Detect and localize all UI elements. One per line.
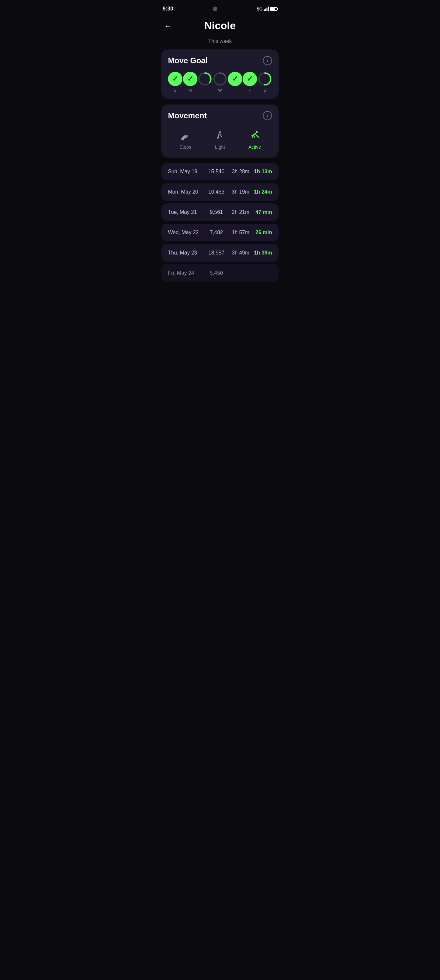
move-goal-card: Move Goal i ✓ S ✓ M (161, 49, 279, 99)
info-icon-label: i (267, 58, 268, 63)
activity-steps-3: 7,482 (204, 230, 229, 235)
day-circle-saturday (257, 72, 272, 86)
day-circle-tuesday (198, 72, 212, 86)
check-icon-sunday: ✓ (172, 75, 178, 83)
check-icon-friday: ✓ (247, 75, 253, 83)
status-time: 9:30 (163, 6, 173, 12)
day-label-monday: M (189, 88, 192, 93)
activity-light-3: 1h 57m (229, 230, 253, 235)
activity-light-4: 3h 49m (229, 250, 253, 256)
activity-date-1: Mon, May 20 (168, 189, 204, 195)
day-circle-thursday: ✓ (228, 72, 242, 86)
activity-light-1: 3h 19m (229, 189, 253, 195)
movement-card: Movement i Steps (161, 105, 279, 158)
activity-row-4: Thu, May 23 18,987 3h 49m 1h 39m (161, 244, 279, 262)
week-label: This week (156, 38, 284, 44)
tab-active[interactable]: Active (248, 129, 261, 150)
activity-steps-2: 9,561 (204, 209, 229, 215)
activity-steps-1: 10,453 (204, 189, 229, 195)
svg-point-7 (256, 131, 257, 133)
day-label-friday: F (249, 88, 251, 93)
ring-svg-tuesday (198, 72, 212, 86)
activity-row-2: Tue, May 21 9,561 2h 21m 47 min (161, 204, 279, 221)
activity-light-2: 2h 21m (229, 209, 253, 215)
check-icon-monday: ✓ (187, 75, 193, 83)
activity-active-0: 1h 13m (253, 169, 272, 175)
activity-row-3: Wed, May 22 7,482 1h 57m 26 min (161, 224, 279, 242)
day-label-sunday: S (174, 88, 176, 93)
movement-header: Movement i (168, 111, 272, 120)
activity-date-5: Fri, May 24 (168, 270, 204, 276)
signal-icon (264, 6, 269, 11)
activity-date-3: Wed, May 22 (168, 230, 204, 235)
tab-light[interactable]: Light (213, 129, 227, 150)
status-bar: 9:30 5G (156, 0, 284, 16)
steps-icon (179, 129, 192, 143)
day-item-friday: ✓ F (243, 72, 257, 93)
ring-svg-wednesday (213, 72, 227, 86)
day-item-sunday: ✓ S (168, 72, 183, 93)
activity-active-4: 1h 39m (253, 250, 272, 256)
day-circle-sunday: ✓ (168, 72, 183, 86)
move-goal-header: Move Goal i (168, 56, 272, 65)
activity-active-2: 47 min (253, 209, 272, 215)
day-label-wednesday: W (218, 88, 222, 93)
day-item-saturday: S (257, 72, 272, 93)
page-title: Nicole (204, 20, 236, 32)
activity-steps-0: 15,546 (204, 169, 229, 175)
battery-icon (270, 7, 277, 11)
day-label-tuesday: T (204, 88, 206, 93)
activity-date-4: Thu, May 23 (168, 250, 204, 256)
ring-svg-saturday (257, 72, 272, 86)
svg-point-6 (219, 131, 221, 133)
day-label-saturday: S (264, 88, 266, 93)
day-item-wednesday: W (213, 72, 227, 93)
activity-date-0: Sun, May 19 (168, 169, 204, 175)
activity-row-5: Fri, May 24 5,450 (161, 264, 279, 282)
back-button[interactable]: ← (163, 20, 173, 32)
movement-title: Movement (168, 111, 207, 120)
tab-active-label: Active (248, 145, 261, 150)
check-icon-thursday: ✓ (232, 75, 238, 83)
day-item-thursday: ✓ T (228, 72, 242, 93)
move-goal-title: Move Goal (168, 56, 208, 65)
days-row: ✓ S ✓ M T (168, 72, 272, 93)
activity-row-1: Mon, May 20 10,453 3h 19m 1h 24m (161, 183, 279, 201)
day-circle-wednesday (213, 72, 227, 86)
tab-light-label: Light (215, 145, 225, 150)
network-label: 5G (257, 6, 262, 11)
light-icon (213, 129, 227, 143)
camera-pill (213, 6, 218, 11)
activity-steps-5: 5,450 (204, 270, 229, 276)
day-circle-friday: ✓ (243, 72, 257, 86)
tab-steps[interactable]: Steps (179, 129, 192, 150)
status-icons: 5G (257, 6, 277, 11)
day-item-monday: ✓ M (183, 72, 197, 93)
activity-active-1: 1h 24m (253, 189, 272, 195)
day-label-thursday: T (234, 88, 236, 93)
tab-steps-label: Steps (179, 145, 191, 150)
activity-active-3: 26 min (253, 230, 272, 235)
header: ← Nicole (156, 16, 284, 38)
movement-info-icon-label: i (267, 113, 268, 118)
movement-tabs-row: Steps Light (168, 127, 272, 151)
activity-steps-4: 18,987 (204, 250, 229, 256)
activity-row-0: Sun, May 19 15,546 3h 28m 1h 13m (161, 163, 279, 180)
day-item-tuesday: T (198, 72, 212, 93)
movement-info-button[interactable]: i (263, 111, 272, 120)
activity-light-0: 3h 28m (229, 169, 253, 175)
move-goal-info-button[interactable]: i (263, 56, 272, 65)
active-icon (248, 129, 261, 143)
activity-date-2: Tue, May 21 (168, 209, 204, 215)
day-circle-monday: ✓ (183, 72, 197, 86)
